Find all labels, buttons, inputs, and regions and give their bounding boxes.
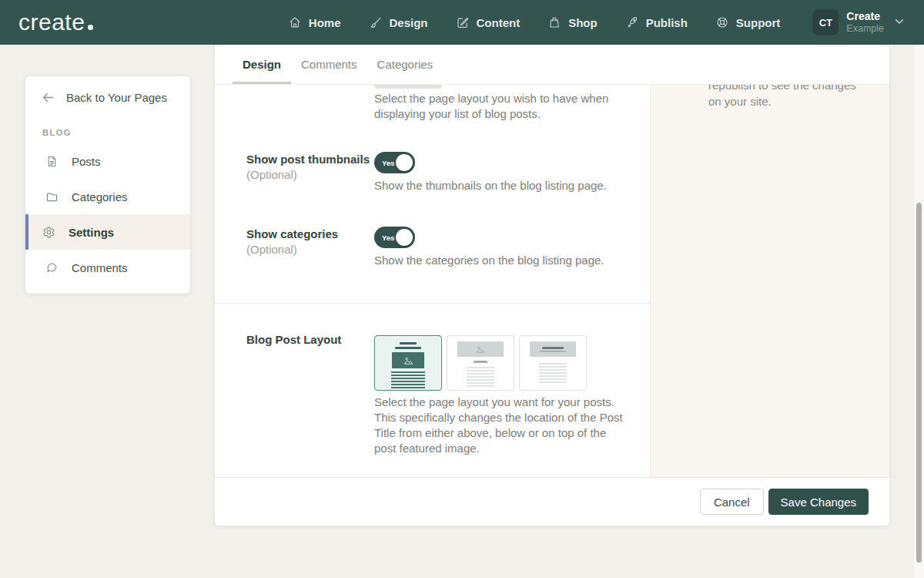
sidebar-item-posts[interactable]: Posts bbox=[25, 143, 190, 179]
nav-item-design[interactable]: Design bbox=[369, 15, 428, 29]
thumb-text-block bbox=[539, 363, 567, 385]
page-scrollbar-track[interactable] bbox=[914, 45, 924, 578]
life-buoy-icon bbox=[715, 15, 729, 29]
nav-item-content[interactable]: Content bbox=[456, 15, 521, 29]
avatar: CT bbox=[812, 9, 839, 35]
toggle-state-label: Yes bbox=[382, 234, 394, 242]
tab-categories[interactable]: Categories bbox=[367, 45, 444, 84]
show-thumbnails-label: Show post thumbnails bbox=[246, 153, 370, 166]
show-categories-helper: Show the categories on the blog listing … bbox=[374, 254, 604, 267]
blog-post-layout-options bbox=[374, 335, 587, 391]
nav-item-shop[interactable]: Shop bbox=[547, 15, 598, 29]
blog-sidebar: Back to Your Pages BLOG Posts Categories… bbox=[25, 76, 190, 294]
show-thumbnails-toggle[interactable]: Yes bbox=[374, 152, 415, 173]
thumb-text-lines bbox=[467, 367, 494, 388]
rocket-icon bbox=[625, 15, 639, 29]
sidebar-item-label: Categories bbox=[72, 190, 128, 203]
sidebar-item-categories[interactable]: Categories bbox=[25, 179, 190, 214]
post-layout-option-title-over-image[interactable] bbox=[519, 335, 587, 391]
account-menu[interactable]: CT Create Example bbox=[812, 9, 904, 35]
shopping-bag-icon bbox=[547, 15, 561, 29]
nav-item-publish[interactable]: Publish bbox=[625, 15, 688, 29]
thumb-title-line bbox=[400, 342, 417, 344]
nav-label: Support bbox=[736, 16, 781, 29]
sidebar-item-label: Posts bbox=[72, 155, 101, 168]
create-logo[interactable]: create bbox=[18, 9, 93, 35]
blog-listing-layout-option-partial[interactable] bbox=[374, 85, 442, 89]
nav-label: Publish bbox=[646, 16, 688, 29]
sidebar-item-settings[interactable]: Settings bbox=[25, 214, 190, 250]
thumb-text-block bbox=[467, 367, 494, 388]
settings-panel: Design Comments Categories Select the pa… bbox=[215, 45, 889, 526]
back-to-pages-link[interactable]: Back to Your Pages bbox=[25, 76, 190, 114]
cancel-button[interactable]: Cancel bbox=[700, 489, 764, 515]
tab-design[interactable]: Design bbox=[233, 45, 291, 84]
settings-tabs: Design Comments Categories bbox=[215, 45, 889, 85]
show-thumbnails-optional: (Optional) bbox=[246, 168, 297, 181]
show-categories-toggle[interactable]: Yes bbox=[374, 227, 415, 248]
thumb-title-line bbox=[540, 351, 566, 352]
thumb-title-line bbox=[542, 347, 564, 349]
thumb-title-line bbox=[474, 361, 487, 363]
thumb-featured-image bbox=[457, 341, 504, 357]
tab-comments[interactable]: Comments bbox=[291, 45, 367, 84]
post-layout-option-title-above-image[interactable] bbox=[374, 335, 442, 391]
toggle-knob bbox=[396, 229, 413, 246]
show-thumbnails-helper: Show the thumbnails on the blog listing … bbox=[374, 179, 607, 192]
settings-body: Select the page layout you wish to have … bbox=[215, 85, 889, 477]
nav-label: Design bbox=[390, 16, 428, 29]
sidebar-item-comments[interactable]: Comments bbox=[25, 250, 190, 285]
back-label: Back to Your Pages bbox=[66, 91, 167, 104]
top-navigation-bar: create Home Design Content Shop Publish … bbox=[0, 0, 924, 45]
republish-note: republish to see the changes on your sit… bbox=[708, 85, 869, 109]
nav-label: Content bbox=[477, 16, 521, 29]
sidebar-item-label: Comments bbox=[72, 261, 128, 274]
section-divider bbox=[215, 303, 650, 304]
arrow-left-icon bbox=[41, 90, 55, 105]
chat-bubble-icon bbox=[45, 261, 59, 274]
nav-item-support[interactable]: Support bbox=[715, 15, 781, 29]
primary-nav: Home Design Content Shop Publish Support bbox=[288, 15, 781, 29]
thumb-featured-image bbox=[530, 341, 576, 357]
sidebar-item-label: Settings bbox=[69, 226, 114, 239]
thumb-text-lines bbox=[539, 363, 567, 385]
nav-item-home[interactable]: Home bbox=[288, 15, 341, 29]
help-panel: republish to see the changes on your sit… bbox=[650, 85, 889, 477]
blog-post-layout-caption: Select the page layout you want for your… bbox=[374, 395, 630, 456]
image-icon bbox=[475, 345, 486, 354]
show-categories-optional: (Optional) bbox=[246, 243, 297, 256]
image-icon bbox=[403, 356, 414, 365]
settings-form: Select the page layout you wish to have … bbox=[215, 85, 650, 477]
show-categories-label: Show categories bbox=[246, 227, 338, 240]
document-icon bbox=[45, 155, 59, 168]
gear-icon bbox=[42, 226, 55, 239]
toggle-knob bbox=[396, 154, 413, 171]
thumb-featured-image bbox=[392, 352, 424, 368]
page-scrollbar-thumb[interactable] bbox=[916, 203, 922, 563]
sidebar-section-label: BLOG bbox=[25, 114, 190, 143]
blog-post-layout-label: Blog Post Layout bbox=[246, 333, 341, 346]
paintbrush-icon bbox=[369, 15, 383, 29]
folder-icon bbox=[45, 190, 59, 203]
thumb-text-block bbox=[391, 371, 425, 391]
thumb-text-lines bbox=[391, 371, 425, 390]
logo-dot-icon bbox=[88, 25, 93, 30]
account-subtitle: Example bbox=[846, 23, 884, 35]
post-layout-option-title-below-image[interactable] bbox=[447, 335, 514, 391]
logo-text: create bbox=[18, 9, 85, 35]
save-changes-button[interactable]: Save Changes bbox=[768, 489, 869, 515]
edit-pencil-icon bbox=[456, 15, 470, 29]
blog-listing-caption: Select the page layout you wish to have … bbox=[374, 91, 628, 122]
nav-label: Shop bbox=[568, 16, 598, 29]
chevron-down-icon bbox=[892, 15, 904, 29]
nav-label: Home bbox=[309, 16, 341, 29]
thumb-title-line bbox=[395, 347, 421, 349]
toggle-state-label: Yes bbox=[382, 159, 394, 167]
account-name: Create bbox=[846, 10, 884, 23]
home-icon bbox=[288, 15, 302, 29]
settings-footer: Cancel Save Changes bbox=[215, 477, 889, 526]
